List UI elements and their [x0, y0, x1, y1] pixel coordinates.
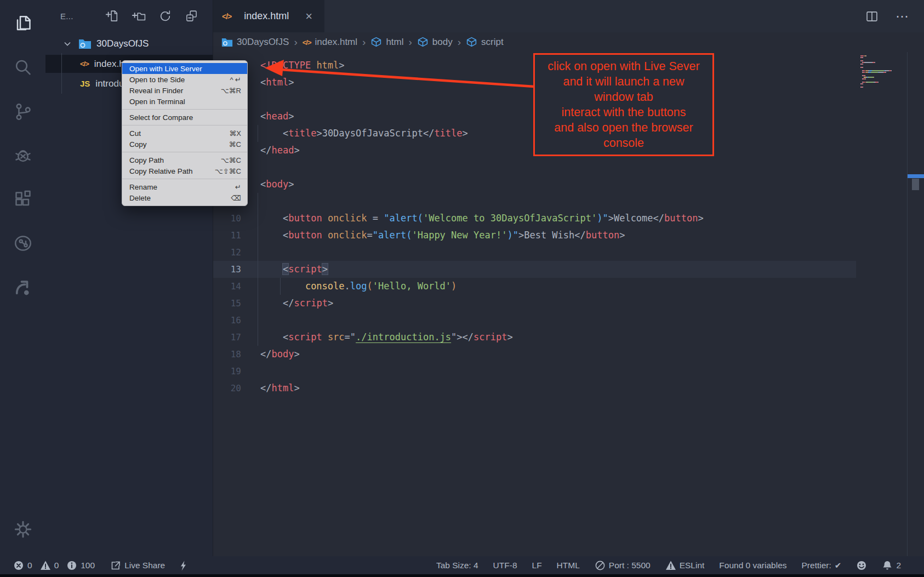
code-line-8[interactable]: 8<body> — [213, 176, 856, 193]
status-variables-found[interactable]: Found 0 variables — [719, 561, 786, 570]
breadcrumb-item-script[interactable]: script — [466, 37, 504, 48]
code-line-17[interactable]: 17 <script src="./introduction.js"></scr… — [213, 329, 856, 346]
activity-extensions-icon[interactable] — [0, 180, 45, 219]
code-text: </script> — [260, 298, 333, 309]
code-text: <button onclick = "alert('Welcome to 30D… — [260, 213, 704, 224]
breadcrumb-separator: › — [409, 36, 412, 48]
status-left: 00100Live Share — [0, 560, 189, 571]
new-file-icon[interactable] — [106, 9, 119, 23]
code-text: <head> — [260, 111, 294, 122]
code-line-19[interactable]: 19 — [213, 363, 856, 380]
status-language-mode[interactable]: HTML — [557, 561, 580, 570]
code-line-9[interactable]: 9 — [213, 193, 856, 210]
code-line-11[interactable]: 11 <button onclick="alert('Happy New Yea… — [213, 227, 856, 244]
code-line-15[interactable]: 15 </script> — [213, 295, 856, 312]
vscode-window: E... 30DaysOfJS </> index.html JS introd… — [0, 0, 924, 577]
activity-live-share-circle-icon[interactable] — [0, 224, 45, 263]
status-live-share[interactable]: Live Share — [110, 560, 165, 571]
activity-publish-arrow-icon[interactable] — [0, 267, 45, 307]
status-notifications[interactable]: 2 — [882, 560, 901, 571]
breadcrumb-label: body — [432, 37, 453, 48]
code-line-12[interactable]: 12 — [213, 244, 856, 261]
breadcrumb-label: index.html — [315, 37, 357, 48]
minimap-line — [856, 72, 906, 73]
cube-icon — [417, 37, 429, 48]
activity-source-control-icon[interactable] — [0, 92, 45, 132]
window-bottom-edge — [0, 574, 924, 577]
more-actions-icon[interactable]: ⋯ — [896, 9, 910, 24]
menu-item-rename[interactable]: Rename↵ — [122, 181, 247, 192]
minimap-line — [856, 59, 906, 60]
code-line-10[interactable]: 10 <button onclick = "alert('Welcome to … — [213, 210, 856, 227]
status-label: ESLint — [680, 561, 705, 570]
split-editor-icon[interactable] — [865, 9, 879, 24]
minimap-line — [856, 80, 906, 81]
menu-item-shortcut: ⌥⌘R — [221, 87, 241, 95]
code-line-18[interactable]: 18</body> — [213, 346, 856, 363]
status-eslint[interactable]: ESLint — [665, 560, 705, 571]
menu-item-label: Select for Compare — [129, 113, 235, 122]
line-number: 18 — [213, 346, 241, 363]
minimap-line — [856, 75, 906, 76]
status-live-server-port[interactable]: Port : 5500 — [595, 560, 651, 571]
collapse-all-icon[interactable] — [185, 9, 198, 23]
annotation-text: interact with the buttons — [561, 105, 686, 120]
menu-item-label: Rename — [129, 183, 229, 191]
menu-item-label: Delete — [129, 194, 225, 202]
status-encoding[interactable]: UTF-8 — [493, 561, 517, 570]
status-right: Tab Size: 4UTF-8LFHTMLPort : 5500ESLintF… — [436, 560, 924, 571]
status-info-count[interactable]: 100 — [66, 560, 95, 571]
menu-item-copy-path[interactable]: Copy Path⌥⌘C — [122, 155, 247, 165]
new-folder-icon[interactable] — [132, 9, 146, 23]
code-line-7[interactable]: 7 — [213, 159, 856, 176]
tree-root-30daysofjs[interactable]: 30DaysOfJS — [45, 35, 213, 53]
check-icon: ✔ — [835, 561, 842, 570]
menu-item-reveal-in-finder[interactable]: Reveal in Finder⌥⌘R — [122, 85, 247, 96]
breadcrumb-item-30daysofjs[interactable]: 30DaysOfJS — [221, 37, 289, 48]
refresh-icon[interactable] — [158, 9, 172, 23]
tree-indent-guide — [61, 53, 62, 94]
menu-item-select-for-compare[interactable]: Select for Compare — [122, 112, 247, 123]
breadcrumb-label: html — [386, 37, 403, 48]
activity-search-icon[interactable] — [0, 48, 45, 88]
status-tab-size[interactable]: Tab Size: 4 — [436, 561, 478, 570]
status-errors[interactable]: 0 — [13, 560, 32, 571]
activity-gear-icon[interactable] — [0, 510, 45, 549]
bell-icon — [882, 560, 893, 571]
code-line-13[interactable]: 13 <script> — [213, 261, 856, 278]
menu-separator — [122, 179, 247, 179]
line-number: 14 — [213, 278, 241, 295]
minimap-line — [856, 85, 906, 86]
activity-debug-icon[interactable] — [0, 136, 45, 175]
status-prettier[interactable]: Prettier:✔ — [802, 561, 842, 570]
menu-item-cut[interactable]: Cut⌘X — [122, 128, 247, 139]
status-go-live-bolt[interactable] — [178, 560, 189, 571]
scrollbar-thumb[interactable] — [912, 179, 919, 190]
menu-item-delete[interactable]: Delete⌫ — [122, 192, 247, 203]
menu-item-open-in-terminal[interactable]: Open in Terminal — [122, 96, 247, 107]
activity-explorer-icon[interactable] — [0, 4, 45, 44]
breadcrumb-item-body[interactable]: body — [417, 37, 453, 48]
code-line-14[interactable]: 14 console.log('Hello, World') — [213, 278, 856, 295]
tab-close-icon[interactable]: × — [305, 11, 312, 22]
line-number: 10 — [213, 210, 241, 227]
status-eol[interactable]: LF — [532, 561, 542, 570]
code-line-20[interactable]: 20</html> — [213, 380, 856, 397]
breadcrumb-item-html[interactable]: html — [370, 37, 403, 48]
breadcrumb: 30DaysOfJS›</>index.html›html›body›scrip… — [213, 32, 924, 52]
status-feedback-smiley[interactable] — [856, 560, 867, 571]
minimap[interactable] — [856, 55, 906, 88]
code-line-16[interactable]: 16 — [213, 312, 856, 329]
tab-index-html[interactable]: </> index.html × — [213, 0, 324, 32]
breadcrumb-item-index-html[interactable]: </>index.html — [303, 37, 357, 48]
menu-item-copy[interactable]: Copy⌘C — [122, 139, 247, 150]
menu-item-copy-relative-path[interactable]: Copy Relative Path⌥⇧⌘C — [122, 165, 247, 176]
status-warnings[interactable]: 0 — [40, 560, 59, 571]
menu-item-open-to-the-side[interactable]: Open to the Side^ ↵ — [122, 74, 247, 85]
error-circle-icon — [13, 560, 24, 571]
menu-item-open-with-live-server[interactable]: Open with Live Server — [122, 63, 247, 74]
minimap-line — [856, 78, 906, 79]
breadcrumb-separator: › — [362, 36, 366, 48]
line-number: 17 — [213, 329, 241, 346]
menu-item-label: Copy — [129, 140, 223, 148]
